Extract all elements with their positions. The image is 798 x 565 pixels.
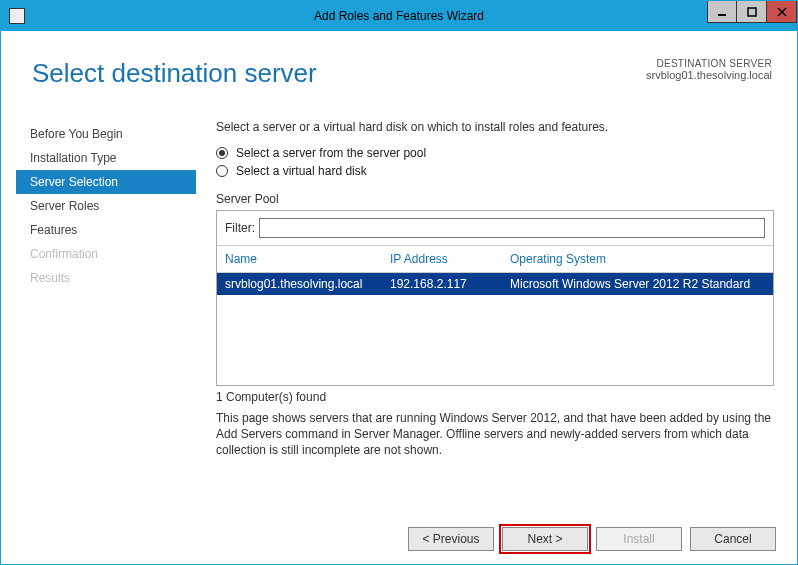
- page-title: Select destination server: [32, 58, 317, 89]
- radio-icon-checked: [216, 147, 228, 159]
- filter-input[interactable]: [259, 218, 765, 238]
- sidebar-item-features[interactable]: Features: [16, 218, 196, 242]
- destination-block: DESTINATION SERVER srvblog01.thesolving.…: [646, 58, 772, 81]
- sidebar-item-installation-type[interactable]: Installation Type: [16, 146, 196, 170]
- server-pool-box: Filter: Name IP Address Operating System…: [216, 210, 774, 386]
- next-button[interactable]: Next >: [502, 527, 588, 551]
- destination-value: srvblog01.thesolving.local: [646, 69, 772, 81]
- radio-virtual-hard-disk[interactable]: Select a virtual hard disk: [216, 164, 774, 178]
- minimize-button[interactable]: [707, 1, 737, 23]
- content-area: Select destination server DESTINATION SE…: [2, 32, 796, 563]
- sidebar-item-server-selection[interactable]: Server Selection: [16, 170, 196, 194]
- close-button[interactable]: [767, 1, 797, 23]
- cancel-button[interactable]: Cancel: [690, 527, 776, 551]
- table-body: srvblog01.thesolving.local 192.168.2.117…: [217, 273, 773, 385]
- previous-button[interactable]: < Previous: [408, 527, 494, 551]
- column-name[interactable]: Name: [225, 252, 390, 266]
- cell-ip: 192.168.2.117: [390, 277, 510, 291]
- radio-icon-unchecked: [216, 165, 228, 177]
- footnote-text: This page shows servers that are running…: [216, 410, 774, 459]
- table-row[interactable]: srvblog01.thesolving.local 192.168.2.117…: [217, 273, 773, 295]
- sidebar-item-confirmation: Confirmation: [16, 242, 196, 266]
- column-os[interactable]: Operating System: [510, 252, 765, 266]
- window-controls: [707, 1, 797, 23]
- instruction-text: Select a server or a virtual hard disk o…: [216, 120, 774, 134]
- server-pool-label: Server Pool: [216, 192, 774, 206]
- radio-server-pool[interactable]: Select a server from the server pool: [216, 146, 774, 160]
- filter-bar: Filter:: [217, 211, 773, 246]
- window-icon: [9, 8, 25, 24]
- button-bar: < Previous Next > Install Cancel: [408, 527, 776, 551]
- window-title: Add Roles and Features Wizard: [1, 9, 797, 23]
- wizard-window: Add Roles and Features Wizard Select des…: [0, 0, 798, 565]
- table-head: Name IP Address Operating System: [217, 246, 773, 273]
- svg-rect-1: [748, 8, 756, 16]
- filter-label: Filter:: [225, 221, 255, 235]
- sidebar-item-before-you-begin[interactable]: Before You Begin: [16, 122, 196, 146]
- radio-server-pool-label: Select a server from the server pool: [236, 146, 426, 160]
- titlebar: Add Roles and Features Wizard: [1, 1, 797, 31]
- sidebar: Before You Begin Installation Type Serve…: [16, 122, 196, 290]
- install-button: Install: [596, 527, 682, 551]
- radio-vhd-label: Select a virtual hard disk: [236, 164, 367, 178]
- main-area: Select a server or a virtual hard disk o…: [216, 120, 774, 459]
- column-ip[interactable]: IP Address: [390, 252, 510, 266]
- cell-os: Microsoft Windows Server 2012 R2 Standar…: [510, 277, 765, 291]
- maximize-button[interactable]: [737, 1, 767, 23]
- destination-label: DESTINATION SERVER: [646, 58, 772, 69]
- sidebar-item-results: Results: [16, 266, 196, 290]
- found-label: 1 Computer(s) found: [216, 390, 774, 404]
- sidebar-item-server-roles[interactable]: Server Roles: [16, 194, 196, 218]
- cell-name: srvblog01.thesolving.local: [225, 277, 390, 291]
